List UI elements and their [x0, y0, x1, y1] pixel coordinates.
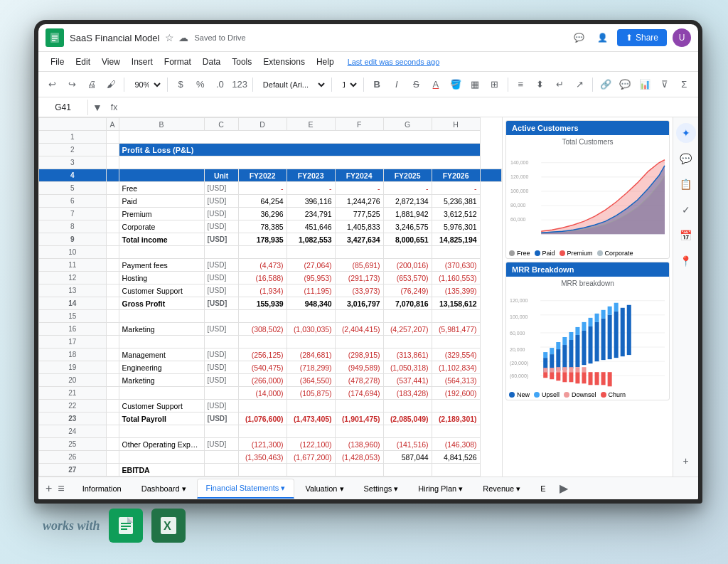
menu-edit[interactable]: Edit [70, 55, 95, 69]
currency-button[interactable]: $ [172, 76, 189, 93]
col-header-a[interactable]: A [106, 118, 119, 131]
svg-rect-46 [582, 322, 586, 331]
percent-button[interactable]: % [192, 76, 209, 93]
svg-rect-36 [608, 315, 612, 359]
col-header-e[interactable]: E [287, 118, 335, 131]
chat-icon[interactable]: 💬 [570, 31, 588, 45]
tab-revenue[interactable]: Revenue ▾ [473, 479, 530, 498]
row-num: 1 [39, 131, 107, 144]
menu-help[interactable]: Help [311, 55, 339, 69]
row-num: 19 [39, 361, 107, 374]
sidebar-add-icon[interactable]: + [676, 451, 696, 471]
legend-label-new: New [517, 391, 530, 398]
last-edit-text[interactable]: Last edit was seconds ago [348, 58, 440, 66]
print-button[interactable]: 🖨 [83, 76, 100, 93]
table-row: 7 Premium [USD] 36,296234,791777,5251,88… [39, 208, 502, 220]
star-icon[interactable]: ☆ [165, 32, 174, 43]
fx-label: fx [107, 100, 122, 115]
divider [508, 78, 508, 92]
svg-rect-38 [621, 308, 625, 356]
svg-rect-37 [614, 312, 619, 358]
sidebar-tasks-icon[interactable]: ✓ [676, 200, 696, 220]
table-row: 27 EBITDA [39, 464, 502, 477]
fill-color-button[interactable]: 🪣 [447, 76, 464, 93]
tab-valuation[interactable]: Valuation ▾ [296, 479, 353, 498]
table-row: 4 UnitFY2022FY2023FY2024FY2025FY2026 [39, 169, 502, 182]
align-button[interactable]: ≡ [513, 76, 530, 93]
account-icon[interactable]: 👤 [594, 31, 611, 45]
border-button[interactable]: ▦ [466, 76, 483, 93]
row-num: 18 [39, 348, 107, 361]
format-button[interactable]: 123 [231, 76, 248, 93]
legend-dot-paid [535, 250, 540, 256]
font-select[interactable]: Default (Ari... [257, 78, 328, 91]
wrap-button[interactable]: ↵ [552, 76, 569, 93]
chart-button[interactable]: 📊 [636, 76, 653, 93]
col-header-h[interactable]: H [432, 118, 480, 131]
valign-button[interactable]: ⬍ [532, 76, 549, 93]
font-size-select[interactable]: 10 [336, 78, 359, 91]
tab-valuation-label: Valuation [305, 484, 337, 493]
sidebar-calendar-icon[interactable]: 📅 [676, 225, 696, 245]
tab-dashboard[interactable]: Dashboard ▾ [132, 479, 196, 498]
svg-rect-62 [608, 372, 612, 386]
cell-reference[interactable]: G41 [38, 100, 88, 115]
share-button[interactable]: ⬆ Share [617, 29, 667, 46]
undo-button[interactable]: ↩ [44, 76, 61, 93]
svg-text:20,000: 20,000 [510, 347, 525, 352]
comment-button[interactable]: 💬 [617, 76, 634, 93]
sidebar-explore-icon[interactable]: ✦ [676, 123, 696, 143]
table-row: 21 (14,000)(105,875)(174,694)(183,428)(1… [39, 387, 502, 400]
merge-button[interactable]: ⊞ [486, 76, 503, 93]
tab-financial-statements[interactable]: Financial Statements ▾ [197, 479, 295, 499]
charts-panel: Active Customers Total Customers 140,000… [502, 117, 673, 477]
table-row: 13 Customer Support [USD] (1,934)(11,195… [39, 284, 502, 297]
row-num: 3 [39, 156, 107, 169]
tab-settings[interactable]: Settings ▾ [355, 479, 408, 498]
menu-extensions[interactable]: Extensions [258, 55, 310, 69]
svg-rect-69 [582, 367, 586, 372]
text-color-button[interactable]: A [427, 76, 444, 93]
svg-rect-47 [589, 318, 593, 326]
zoom-select[interactable]: 90% [129, 78, 163, 91]
cloud-icon[interactable]: ☁ [178, 32, 188, 43]
link-button[interactable]: 🔗 [597, 76, 614, 93]
col-header-c[interactable]: C [204, 118, 238, 131]
col-header-b[interactable]: B [119, 118, 204, 131]
menu-data[interactable]: Data [198, 55, 225, 69]
bold-button[interactable]: B [368, 76, 385, 93]
add-sheet-button[interactable]: + [44, 481, 53, 496]
menu-format[interactable]: Format [159, 55, 196, 69]
svg-text:60,000: 60,000 [510, 331, 525, 336]
menu-insert[interactable]: Insert [127, 55, 158, 69]
tab-scroll-right[interactable]: ▶ [557, 480, 571, 496]
mrr-header: MRR Breakdown [506, 262, 669, 277]
decimal-button[interactable]: .0 [212, 76, 229, 93]
menu-view[interactable]: View [97, 55, 125, 69]
col-header-f[interactable]: F [335, 118, 383, 131]
col-header-d[interactable]: D [238, 118, 287, 131]
sheets-logo [46, 28, 64, 47]
sheet-list-button[interactable]: ≡ [56, 481, 65, 496]
sidebar-maps-icon[interactable]: 📍 [676, 251, 696, 271]
function-button[interactable]: Σ [675, 76, 692, 93]
menu-file[interactable]: File [46, 55, 69, 69]
col-header-g[interactable]: G [383, 118, 432, 131]
filter-button[interactable]: ⊽ [656, 76, 673, 93]
tab-hiring-plan[interactable]: Hiring Plan ▾ [409, 479, 472, 498]
sidebar-notes-icon[interactable]: 📋 [676, 174, 696, 194]
italic-button[interactable]: I [388, 76, 405, 93]
sidebar-chat-icon[interactable]: 💬 [676, 149, 696, 169]
pl-title[interactable]: Profit & Loss (P&L) [119, 144, 480, 156]
rotate-button[interactable]: ↗ [571, 76, 588, 93]
menu-tools[interactable]: Tools [227, 55, 257, 69]
active-customers-header: Active Customers [506, 121, 669, 135]
svg-text:100,000: 100,000 [510, 188, 528, 193]
tab-e[interactable]: E [531, 479, 555, 497]
formula-expand-icon[interactable]: ▼ [88, 102, 107, 113]
tab-information[interactable]: Information [73, 479, 131, 497]
redo-button[interactable]: ↪ [64, 76, 81, 93]
works-with-text: works with [43, 518, 100, 533]
strikethrough-button[interactable]: S [408, 76, 425, 93]
paint-format-button[interactable]: 🖌 [103, 76, 120, 93]
